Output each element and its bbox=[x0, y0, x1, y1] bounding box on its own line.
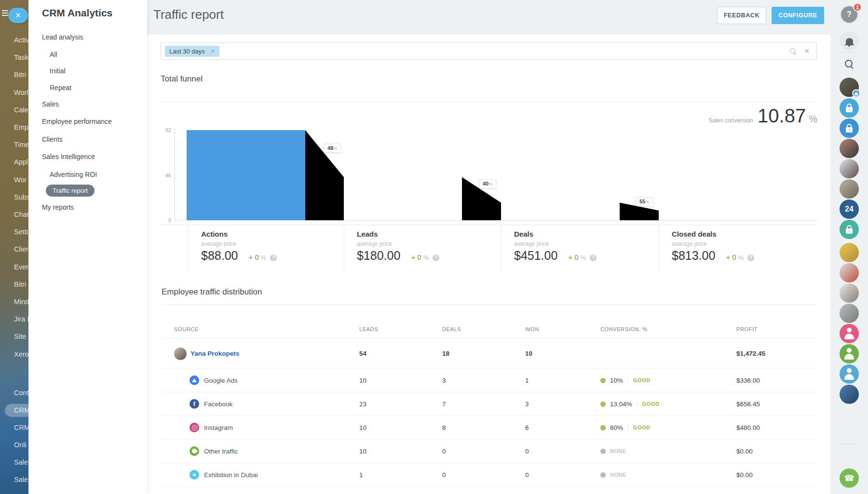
funnel-svg: 92460 bbox=[161, 126, 817, 223]
menu-item-sales[interactable]: Sales bbox=[42, 100, 59, 108]
avatar[interactable] bbox=[840, 243, 859, 262]
source-label: Instagram bbox=[204, 424, 233, 431]
stage-delta: + 0 bbox=[726, 253, 736, 261]
clear-search-icon[interactable]: ✕ bbox=[804, 47, 810, 55]
help-button[interactable]: ?1 bbox=[840, 5, 859, 24]
help-icon[interactable]: ? bbox=[270, 254, 277, 261]
menu-item-clients[interactable]: Clients bbox=[42, 135, 63, 143]
sidebar-item-wor[interactable]: Wor bbox=[0, 174, 28, 187]
sidebar-item-site[interactable]: Site bbox=[0, 330, 28, 343]
employee-name-link[interactable]: Yana Prokopets bbox=[190, 350, 239, 357]
svg-text:46: 46 bbox=[165, 173, 171, 178]
sidebar-item-emp[interactable]: Emp bbox=[0, 121, 28, 134]
help-icon[interactable]: ? bbox=[747, 254, 754, 261]
stage-delta-unit: % bbox=[738, 254, 744, 261]
user-chat-item[interactable] bbox=[840, 324, 859, 343]
search-button[interactable] bbox=[840, 54, 859, 74]
im-rail: ?124☎ bbox=[830, 0, 868, 494]
help-icon[interactable]: ? bbox=[590, 254, 597, 261]
app-sidebar: ActivTaskBitriWorlCaleEmpTimeApplWorSubs… bbox=[0, 0, 28, 494]
svg-text:0: 0 bbox=[168, 217, 171, 223]
menu-item-initial[interactable]: Initial bbox=[50, 67, 66, 75]
sidebar-item-cont[interactable]: Cont bbox=[0, 387, 28, 400]
sidebar-item-bitri[interactable]: Bitri bbox=[0, 278, 28, 291]
sales-conversion-label: Sales conversion bbox=[709, 117, 753, 124]
conversion-rating-badge: NONE bbox=[610, 472, 626, 478]
avatar[interactable] bbox=[840, 179, 859, 199]
avatar[interactable] bbox=[840, 78, 859, 97]
sidebar-item-crm[interactable]: CRM bbox=[0, 404, 28, 417]
table-header-row: SOURCELEADSDEALSWONCONVERSION, %PROFIT bbox=[162, 305, 817, 339]
hamburger-menu-icon[interactable] bbox=[2, 10, 8, 17]
search-icon[interactable] bbox=[790, 48, 796, 54]
menu-item-advertising-roi[interactable]: Advertising ROI bbox=[50, 171, 97, 178]
private-chat-item[interactable] bbox=[840, 220, 859, 239]
sidebar-item-appl[interactable]: Appl bbox=[0, 156, 28, 169]
sidebar-item-mind[interactable]: Mind bbox=[0, 295, 28, 308]
help-icon[interactable]: ? bbox=[433, 254, 439, 261]
cell-won: 6 bbox=[525, 424, 600, 431]
call-button[interactable]: ☎ bbox=[840, 468, 859, 488]
sidebar-item-ever[interactable]: Ever bbox=[0, 261, 28, 274]
avatar[interactable] bbox=[840, 263, 859, 282]
cell-won: 0 bbox=[525, 448, 600, 455]
sidebar-item-sale[interactable]: Sale bbox=[0, 473, 28, 486]
table-row-employee[interactable]: Yana Prokopets541810$1,472.45 bbox=[162, 339, 817, 369]
feedback-button[interactable]: FEEDBACK bbox=[717, 7, 766, 24]
configure-button[interactable]: CONFIGURE bbox=[772, 7, 824, 24]
funnel-section-title: Total funnel bbox=[161, 74, 203, 84]
avatar[interactable] bbox=[840, 139, 859, 158]
table-row-exhibition-in-dubai[interactable]: ★Exhibition in Dubai100NONE$0.00 bbox=[162, 463, 817, 487]
sidebar-item-chat[interactable]: Chat bbox=[0, 208, 28, 221]
cell-leads: 10 bbox=[359, 377, 442, 384]
person-icon bbox=[840, 364, 859, 384]
sidebar-item-setti[interactable]: Setti bbox=[0, 226, 28, 239]
cell-profit: $480.00 bbox=[736, 424, 817, 431]
menu-item-employee-performance[interactable]: Employee performance bbox=[42, 118, 112, 125]
avatar[interactable] bbox=[840, 159, 859, 178]
user-chat-item[interactable] bbox=[840, 364, 859, 384]
remove-filter-icon[interactable]: ✕ bbox=[211, 48, 215, 54]
table-row-facebook[interactable]: fFacebook237313.04%GOOD$656.45 bbox=[162, 392, 817, 416]
table-row-google-ads[interactable]: Google Ads103110%GOOD$336.00 bbox=[162, 369, 817, 392]
sidebar-item-cale[interactable]: Cale bbox=[0, 104, 28, 117]
sidebar-item-worl[interactable]: Worl bbox=[0, 86, 28, 99]
avatar[interactable] bbox=[840, 283, 859, 303]
menu-item-repeat[interactable]: Repeat bbox=[50, 84, 71, 92]
sidebar-item-clier[interactable]: Clier bbox=[0, 243, 28, 256]
avatar[interactable] bbox=[840, 385, 859, 404]
sidebar-item-crm[interactable]: CRM bbox=[0, 421, 28, 434]
private-chat-item[interactable] bbox=[840, 119, 859, 138]
sidebar-item-task[interactable]: Task bbox=[0, 51, 28, 64]
avatar[interactable] bbox=[840, 304, 859, 323]
sidebar-item-bitri[interactable]: Bitri bbox=[0, 68, 28, 81]
sidebar-item-activ[interactable]: Activ bbox=[0, 34, 28, 47]
menu-item-traffic-report[interactable]: Traffic report bbox=[46, 185, 95, 197]
menu-item-sales-intelligence[interactable]: Sales Intelligence bbox=[42, 153, 95, 160]
sidebar-item-sale[interactable]: Sale bbox=[0, 456, 28, 469]
notifications-button[interactable] bbox=[840, 31, 859, 51]
stage-delta: + 0 bbox=[568, 253, 578, 261]
table-row-instagram[interactable]: Instagram108660%GOOD$480.00 bbox=[162, 416, 817, 440]
cell-conversion: 13.04%GOOD bbox=[600, 401, 736, 408]
stage-name: Actions bbox=[201, 230, 344, 238]
table-row-other-traffic[interactable]: Other traffic1000NONE$0.00 bbox=[162, 440, 817, 463]
lock-icon bbox=[846, 228, 853, 234]
close-menu-button[interactable]: ✕ bbox=[8, 8, 28, 23]
sidebar-item-xero[interactable]: Xero bbox=[0, 348, 28, 361]
sidebar-item-subs[interactable]: Subs bbox=[0, 191, 28, 204]
sidebar-item-onli[interactable]: Onli bbox=[0, 439, 28, 452]
bitrix24-chat-item[interactable]: 24 bbox=[840, 200, 859, 219]
filter-search-bar[interactable]: Last 30 days ✕ ✕ bbox=[161, 42, 817, 60]
conversion-percent: 10% bbox=[610, 377, 623, 384]
user-chat-item[interactable] bbox=[840, 344, 859, 363]
menu-item-lead-analysis[interactable]: Lead analysis bbox=[42, 33, 83, 41]
filter-chip-last-30-days[interactable]: Last 30 days ✕ bbox=[165, 46, 219, 57]
menu-item-my-reports[interactable]: My reports bbox=[42, 203, 74, 211]
private-chat-item[interactable] bbox=[840, 98, 859, 118]
menu-item-all[interactable]: All bbox=[50, 51, 57, 58]
conversion-rating-badge: GOOD bbox=[633, 377, 651, 383]
conversion-callout-closed-deals: 55% bbox=[636, 197, 653, 206]
sidebar-item-time[interactable]: Time bbox=[0, 138, 28, 151]
sidebar-item-jira-i[interactable]: Jira I bbox=[0, 313, 28, 326]
